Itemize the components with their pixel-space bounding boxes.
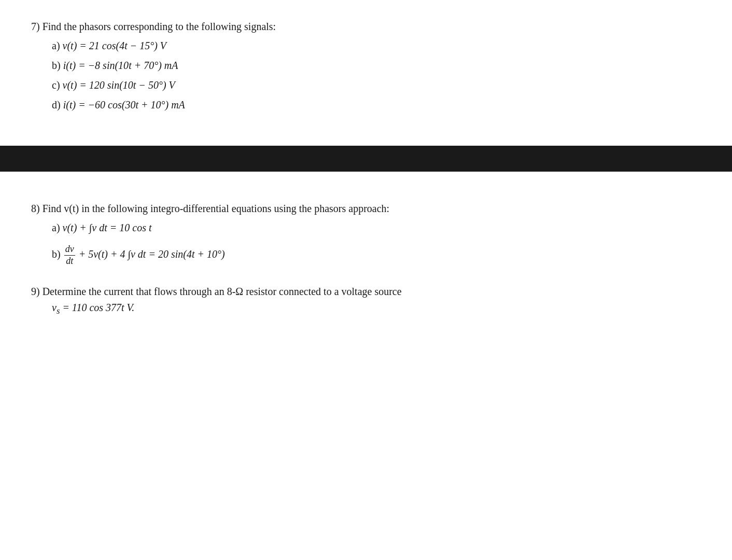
bottom-section: 8) Find v(t) in the following integro-di… [0,172,732,560]
problem-7-title: 7) Find the phasors corresponding to the… [31,21,701,33]
dark-separator [0,146,732,172]
item-label: a) [52,222,63,233]
problem-9: 9) Determine the current that flows thro… [31,283,701,316]
item-equation-rest: + 5v(t) + 4 ∫v dt = 20 sin(4t + 10°) [79,248,225,260]
problem-8-items: a) v(t) + ∫v dt = 10 cos t b) dv dt + 5v… [52,220,701,267]
list-item: b) i(t) = −8 sin(10t + 70°) mA [52,58,701,73]
fraction-dv-dt: dv dt [64,244,75,267]
problem-9-line1: 9) Determine the current that flows thro… [31,286,402,297]
list-item: a) v(t) = 21 cos(4t − 15°) V [52,38,701,53]
problem-9-line2: vs = 110 cos 377t V. [52,302,701,316]
item-label: a) [52,40,63,51]
problem-8-title: 8) Find v(t) in the following integro-di… [31,203,701,215]
item-equation: v(t) = 21 cos(4t − 15°) V [63,40,167,51]
problem-9-equation: vs = 110 cos 377t V. [52,302,134,313]
item-equation: v(t) + ∫v dt = 10 cos t [63,222,152,233]
item-label: c) [52,79,63,91]
problem-7: 7) Find the phasors corresponding to the… [31,21,701,113]
fraction-numerator: dv [64,244,75,256]
list-item: c) v(t) = 120 sin(10t − 50°) V [52,77,701,93]
item-equation: i(t) = −60 cos(30t + 10°) mA [63,99,185,110]
problem-8: 8) Find v(t) in the following integro-di… [31,203,701,267]
item-label: d) [52,99,63,110]
list-item: d) i(t) = −60 cos(30t + 10°) mA [52,97,701,113]
problem-7-items: a) v(t) = 21 cos(4t − 15°) V b) i(t) = −… [52,38,701,113]
list-item: b) dv dt + 5v(t) + 4 ∫v dt = 20 sin(4t +… [52,244,701,267]
item-label: b) [52,248,63,260]
problem-9-text: 9) Determine the current that flows thro… [31,283,701,300]
item-equation: v(t) = 120 sin(10t − 50°) V [63,79,175,91]
item-equation: i(t) = −8 sin(10t + 70°) mA [63,60,178,71]
top-section: 7) Find the phasors corresponding to the… [0,0,732,146]
list-item: a) v(t) + ∫v dt = 10 cos t [52,220,701,235]
fraction-denominator: dt [65,256,74,267]
item-label: b) [52,60,63,71]
page-container: 7) Find the phasors corresponding to the… [0,0,732,560]
